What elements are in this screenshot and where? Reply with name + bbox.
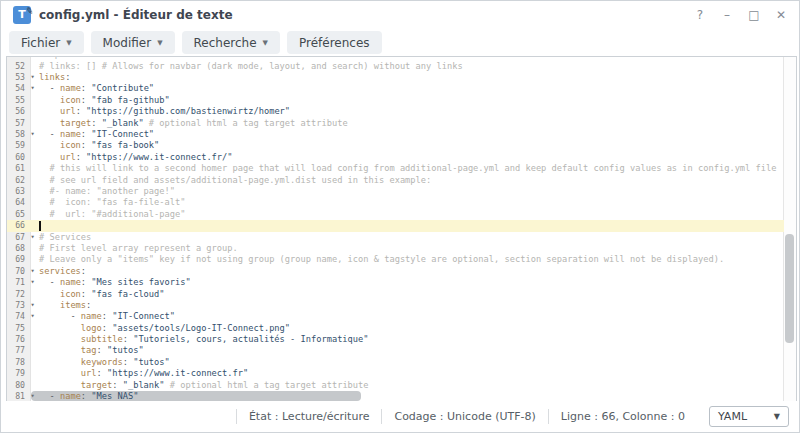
- code-line[interactable]: 65 # url: "#additional-page": [7, 209, 784, 220]
- code-line[interactable]: 56 url: "https://github.com/bastienwirtz…: [7, 106, 784, 117]
- code-line[interactable]: 68# First level array represent a group.: [7, 243, 784, 254]
- code-line[interactable]: 60 url: "https://www.it-connect.fr/": [7, 152, 784, 163]
- menu-label: Recherche: [194, 36, 257, 50]
- code-line[interactable]: 59 icon: "fas fa-book": [7, 140, 784, 151]
- code-line-text: # First level array represent a group.: [38, 243, 238, 254]
- fold-marker-icon[interactable]: ▾: [27, 83, 38, 94]
- menu-modifier[interactable]: Modifier▼: [91, 31, 175, 54]
- fold-spacer: [27, 140, 38, 151]
- help-button[interactable]: ?: [694, 8, 706, 22]
- fold-marker-icon[interactable]: ▾: [27, 129, 38, 140]
- chevron-down-icon: ▼: [157, 39, 162, 47]
- fold-marker-icon[interactable]: ▾: [27, 232, 38, 243]
- text-cursor: [39, 221, 41, 231]
- code-line[interactable]: 64 # icon: "fas fa-file-alt": [7, 197, 784, 208]
- fold-marker-icon[interactable]: ▾: [27, 311, 38, 322]
- line-number: 71: [7, 277, 27, 288]
- code-line[interactable]: 80 target: "_blank" # optional html a ta…: [7, 380, 784, 391]
- code-line[interactable]: 57 target: "_blank" # optional html a ta…: [7, 118, 784, 129]
- fold-spacer: [27, 186, 38, 197]
- fold-marker-icon[interactable]: ▾: [27, 266, 38, 277]
- line-number: 66: [7, 220, 27, 231]
- line-number: 53: [7, 72, 27, 83]
- code-line[interactable]: 79 url: "https://www.it-connect.fr": [7, 368, 784, 379]
- minimize-button[interactable]: –: [721, 8, 733, 22]
- line-number: 73: [7, 300, 27, 311]
- status-mode: État : Lecture/écriture: [237, 410, 382, 423]
- code-line-text: items:: [38, 300, 91, 311]
- code-line-text: logo: "assets/tools/Logo-IT-Connect.png": [38, 323, 290, 334]
- code-line[interactable]: 54▾ - name: "Contribute": [7, 83, 784, 94]
- code-line[interactable]: 69# Leave only a "items" key if not usin…: [7, 254, 784, 265]
- vertical-scrollbar[interactable]: [783, 57, 796, 402]
- code-line[interactable]: 81▾ - name: "Mes NAS": [7, 391, 784, 402]
- code-line[interactable]: 73▾ items:: [7, 300, 784, 311]
- fold-marker-icon[interactable]: ▾: [27, 277, 38, 288]
- fold-marker-icon[interactable]: ▾: [27, 391, 38, 402]
- code-line[interactable]: 74▾ - name: "IT-Connect": [7, 311, 784, 322]
- code-line[interactable]: 72 icon: "fas fa-cloud": [7, 289, 784, 300]
- code-line-text: # url: "#additional-page": [38, 209, 185, 220]
- line-number: 54: [7, 83, 27, 94]
- code-line[interactable]: 52# links: [] # Allows for navbar (dark …: [7, 61, 784, 72]
- menu-label: Préférences: [299, 36, 370, 50]
- code-line-text: - name: "Mes sites favoris": [38, 277, 191, 288]
- code-line-text: target: "_blank" # optional html a tag t…: [38, 118, 348, 129]
- menu-label: Modifier: [103, 36, 152, 50]
- code-viewport[interactable]: 51# optional navbar52# links: [] # Allow…: [7, 57, 784, 402]
- language-select[interactable]: YAML ▼: [709, 406, 789, 427]
- code-line-text: icon: "fas fa-cloud": [38, 289, 165, 300]
- code-line-text: - name: "Contribute": [38, 83, 154, 94]
- menu-bar: Fichier▼Modifier▼Recherche▼Préférences: [1, 29, 799, 56]
- code-line[interactable]: 71▾ - name: "Mes sites favoris": [7, 277, 784, 288]
- line-number: 70: [7, 266, 27, 277]
- code-line[interactable]: 67▾# Services: [7, 232, 784, 243]
- code-line[interactable]: 58▾ - name: "IT-Connect": [7, 129, 784, 140]
- line-number: 64: [7, 197, 27, 208]
- close-button[interactable]: ✕: [775, 8, 787, 22]
- status-position: Ligne : 66, Colonne : 0: [549, 410, 697, 423]
- code-line[interactable]: 76 subtitle: "Tutoriels, cours, actualit…: [7, 334, 784, 345]
- code-line[interactable]: 66: [7, 220, 784, 231]
- code-line[interactable]: 61 # this will link to a second homer pa…: [7, 163, 784, 174]
- fold-spacer: [27, 61, 38, 72]
- code-line-text: - name: "Mes NAS": [38, 391, 138, 402]
- line-number: 68: [7, 243, 27, 254]
- code-line-text: #- name: "another page!": [38, 186, 175, 197]
- code-line-text: tag: "tutos": [38, 345, 144, 356]
- maximize-button[interactable]: □: [748, 8, 760, 22]
- fold-spacer: [27, 197, 38, 208]
- code-line-text: # Services: [38, 232, 91, 243]
- menu-recherche[interactable]: Recherche▼: [182, 31, 280, 54]
- line-number: 67: [7, 232, 27, 243]
- fold-spacer: [27, 220, 38, 231]
- code-line[interactable]: 55 icon: "fab fa-github": [7, 95, 784, 106]
- line-number: 52: [7, 61, 27, 72]
- code-line[interactable]: 77 tag: "tutos": [7, 345, 784, 356]
- code-line[interactable]: 62 # see url field and assets/additional…: [7, 175, 784, 186]
- fold-marker-icon[interactable]: ▾: [27, 72, 38, 83]
- code-line[interactable]: 70▾services:: [7, 266, 784, 277]
- line-number: 62: [7, 175, 27, 186]
- line-number: 74: [7, 311, 27, 322]
- code-line[interactable]: 75 logo: "assets/tools/Logo-IT-Connect.p…: [7, 323, 784, 334]
- line-number: 69: [7, 254, 27, 265]
- code-editor[interactable]: 51# optional navbar52# links: [] # Allow…: [6, 56, 797, 403]
- line-number: 65: [7, 209, 27, 220]
- status-items: État : Lecture/écritureCodage : Unicode …: [236, 409, 697, 424]
- vertical-scrollbar-thumb[interactable]: [785, 234, 794, 343]
- line-number: 78: [7, 357, 27, 368]
- code-line[interactable]: 78 keywords: "tutos": [7, 357, 784, 368]
- code-line[interactable]: 63 #- name: "another page!": [7, 186, 784, 197]
- fold-marker-icon[interactable]: ▾: [27, 300, 38, 311]
- code-line-text: # this will link to a second homer page …: [38, 163, 776, 174]
- code-line-text: services:: [38, 266, 86, 277]
- menu-fichier[interactable]: Fichier▼: [9, 31, 84, 54]
- menu-preferences[interactable]: Préférences: [287, 31, 382, 54]
- fold-spacer: [27, 380, 38, 391]
- code-line-text: icon: "fas fa-book": [38, 140, 159, 151]
- code-line[interactable]: 53▾links:: [7, 72, 784, 83]
- code-line-text: # see url field and assets/additional-pa…: [38, 175, 431, 186]
- code-line-text: subtitle: "Tutoriels, cours, actualités …: [38, 334, 369, 345]
- code-line-text: keywords: "tutos": [38, 357, 170, 368]
